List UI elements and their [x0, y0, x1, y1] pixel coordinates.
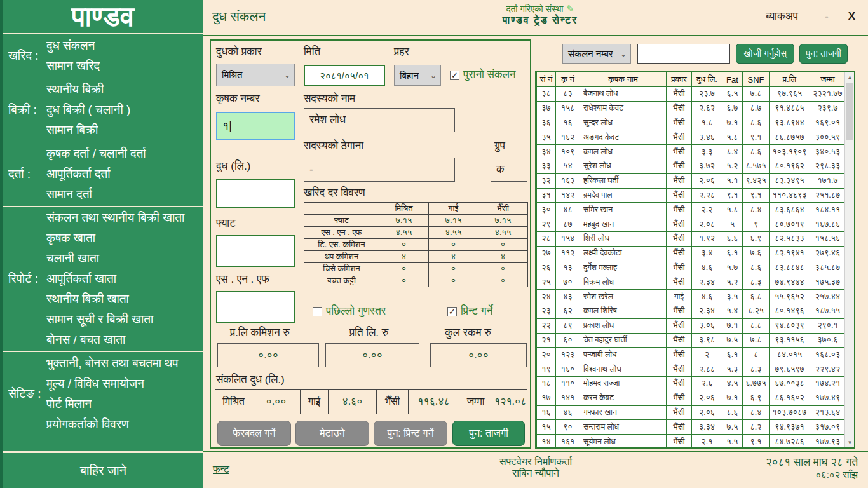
sidebar-item[interactable]: कृषक खाता [44, 228, 203, 248]
table-cell: २.१ [692, 435, 722, 449]
table-cell: २९८.३३ [810, 159, 846, 173]
table-row[interactable]: २१६०चेत बहादुर घार्तीभैंसी३.९८७.५७.८९३.१… [537, 333, 846, 348]
sidebar-item[interactable]: स्थानीय बिक्री खाता [44, 289, 203, 309]
member-address-input[interactable]: - [304, 158, 455, 182]
date-input[interactable]: २०८१/०५/०१ [304, 65, 385, 86]
table-cell: ५.७ [722, 261, 743, 275]
table-row[interactable]: ३७१५८राधेश्याम केवटभैंसी२.६२६.७८.७९१.४८८… [537, 101, 846, 116]
table-row[interactable]: २८१५४शिरी लोधभैंसी१.९२६.६६.९८२.५८३३१५८.५… [537, 231, 846, 246]
sidebar-item[interactable]: संकलन तथा स्थानीय बिक्री खाता [44, 208, 203, 228]
edit-button[interactable]: फेरबदल गर्ने [217, 421, 291, 446]
sidebar-group: रिपोर्ट :संकलन तथा स्थानीय बिक्री खाताकृ… [3, 207, 203, 352]
collection-col-header: जम्मा [810, 72, 846, 87]
table-cell: ९.१ [743, 435, 770, 449]
search-button[interactable]: खोजी गर्नुहोस् [736, 44, 794, 64]
sidebar-item[interactable]: सामान दर्ता [44, 184, 203, 205]
close-button[interactable]: X [848, 10, 855, 23]
snf-input[interactable] [216, 291, 295, 323]
reprint-button[interactable]: पुन: प्रिन्ट गर्ने [374, 421, 447, 446]
refresh-button[interactable]: पुन: ताजगी [452, 421, 525, 446]
table-cell: ५.८ [722, 203, 743, 217]
table-cell: १५८ [556, 101, 580, 116]
table-row[interactable]: ३४१०९कमल लोधभैंसी३.३८.४८.६१०३.१९०९३४०.५३ [537, 145, 846, 159]
delete-button[interactable]: मेटाउने [295, 421, 369, 446]
sidebar-item[interactable]: सामान बिक्री [44, 120, 203, 140]
edit-pencil-icon[interactable]: ✎ [566, 3, 574, 14]
milk-qty-input[interactable] [216, 179, 295, 208]
farmer-no-input[interactable]: १| [216, 112, 295, 140]
sidebar-item[interactable]: बोनस / बचत खाता [44, 330, 203, 350]
table-row[interactable]: ३५१६२अङगद केवटभैंसी३.४६५.८९.१८६.८७५७३००.… [537, 130, 846, 145]
table-row[interactable]: १६४६गफ्फार खानभैंसी२.०६८.६८.४१०३.७०८७२१३… [537, 405, 846, 420]
table-scrollbar[interactable]: ▲ ▼ [844, 72, 854, 447]
table-cell: ६.८ [743, 290, 770, 304]
group-input[interactable]: क [491, 158, 527, 182]
chevron-down-icon: ⌄ [430, 71, 437, 80]
table-row[interactable]: १९१६०विश्वनाथ लोधभैंसी२.८८५.३८.३७९.६५९७२… [537, 362, 846, 377]
total-amount-label: कुल रकम रु [445, 327, 491, 339]
table-row[interactable]: ३०४८समिर खानभैंसी२.२५.८८.४८३.६८६४१८४.११ [537, 203, 846, 217]
last-quality-checkbox[interactable]: पछिल्लो गुणस्तर [313, 305, 386, 318]
sidebar-item[interactable]: दुध संकलन [44, 36, 203, 56]
table-row[interactable]: २७११२लक्ष्मी देवकोटाभैंसी३.४६.१७.६८२.१९४… [537, 246, 846, 261]
table-row[interactable]: २२८९प्रकाश लोधभैंसी३.०६७.१८.८९४.८०३९२९०.… [537, 318, 846, 333]
sidebar-item[interactable]: आपूर्तिकर्ता खाता [44, 269, 203, 289]
print-checkbox[interactable]: ✓ प्रिन्ट गर्ने [447, 305, 492, 318]
sidebar-item[interactable]: मूल्य / विविध समायोजन [44, 374, 203, 394]
table-row[interactable]: ३६१६सुन्दर लोधभैंसी१.८७.१८.६९३.८९४४१६९.०… [537, 116, 846, 130]
minimize-button[interactable]: - [825, 10, 829, 23]
scroll-down-icon[interactable]: ▼ [845, 437, 855, 447]
table-row[interactable]: २५७०बिक्रम लोधभैंसी२.३४५.२८.३७४.९४४४१७५.… [537, 275, 846, 290]
sidebar-item[interactable]: चलानी खाता [44, 248, 203, 269]
shift-label: प्रहर [394, 46, 409, 58]
table-row[interactable]: २३६२कमल शिरिषभैंसी२.३४५.४८.२५८०.१४९६१८७.… [537, 304, 846, 318]
table-cell: १७५.३७ [810, 275, 846, 290]
table-refresh-button[interactable]: पुन: ताजगी [799, 44, 848, 64]
table-cell: ६.९ [743, 391, 770, 405]
table-row[interactable]: ३८८३बैजनाथ लोधभैंसी२३.७६.५७.८९७.९६५२३२१.… [537, 87, 846, 102]
sidebar-item[interactable]: प्रयोगकर्ताको विवरण [44, 414, 203, 435]
table-cell: २ [692, 348, 722, 362]
scroll-thumb[interactable] [846, 83, 853, 140]
search-input[interactable] [637, 44, 730, 64]
fat-input[interactable] [216, 235, 295, 267]
milk-type-select[interactable]: मिश्रित ⌄ [216, 64, 295, 86]
table-row[interactable]: ३२१६३हरिकला घर्तीभैंसी२.०६५.१९.४२५८३.३४९… [537, 173, 846, 188]
sidebar-item[interactable]: सामान खरिद [44, 56, 203, 76]
table-cell: हरिकला घर्ती [580, 173, 667, 188]
sidebar-item[interactable]: दुध बिक्री ( चलानी ) [44, 100, 203, 120]
sidebar-item[interactable]: पोर्ट मिलान [44, 394, 203, 414]
member-name-input[interactable]: रमेश लोध [304, 108, 455, 132]
table-row[interactable]: १७१४१करन केवटभैंसी२.०६७.१६.९८६.१६०२१७७.४… [537, 391, 846, 405]
sidebar-item[interactable]: भुक्तानी, बोनस तथा बचतमा थप [44, 353, 203, 374]
table-row[interactable]: ३३५४सुरेश लोधभैंसी३.७२५.२८.५७५८०.१९६२२९८… [537, 159, 846, 173]
scroll-up-icon[interactable]: ▲ [845, 72, 855, 82]
table-cell: ८३ [556, 87, 580, 102]
table-cell: २५७.४४ [810, 290, 846, 304]
table-row[interactable]: २४४३रमेश खरेलगाई४.६३.५६.८५५.९६५२२५७.४४ [537, 290, 846, 304]
table-cell: पन्जाबी लोध [580, 348, 667, 362]
table-row[interactable]: १५९०सन्तराम लोधभैंसी३.३४७.५८.२९४.९३७१३१७… [537, 420, 846, 435]
table-cell: ८७ [556, 217, 580, 232]
sidebar-item[interactable]: आपूर्तिकर्ता दर्ता [44, 164, 203, 184]
table-cell: १.८ [692, 116, 722, 130]
sidebar-group-label: बिक्री : [3, 79, 44, 140]
table-cell: समिर खान [580, 203, 667, 217]
search-filter-select[interactable]: संकलन नम्बर ⌄ [562, 44, 631, 64]
table-row[interactable]: २६१३दुर्गेश मल्लाहभैंसी४.६५.७८.६८३.८८४८३… [537, 261, 846, 275]
table-row[interactable]: १८११०मोहमद राज्जाभैंसी२.६४.५६.७७५६७.००३८… [537, 376, 846, 391]
exit-button[interactable]: बाहिर जाने [3, 451, 203, 488]
sidebar-item[interactable]: कृषक दर्ता / चलानी दर्ता [44, 144, 203, 164]
sidebar-item[interactable]: स्थानीय बिक्री [44, 79, 203, 100]
sidebar-item[interactable]: सामान सूची र बिक्री खाता [44, 309, 203, 330]
shift-select[interactable]: बिहान ⌄ [394, 65, 441, 86]
table-row[interactable]: २९८७महबुद खानभैंसी२.०८५९८०.७०१९१६७.८६ [537, 217, 846, 232]
sidebar-group-label: दर्ता : [3, 144, 44, 205]
table-cell: भैंसी [667, 362, 692, 377]
backup-button[interactable]: ब्याकअप [766, 10, 798, 23]
table-row[interactable]: ३११४२ब्रमदेव पालभैंसी२.२८९.१९.१११०.४६९३२… [537, 188, 846, 203]
table-row[interactable]: २०१२३पन्जाबी लोधभैंसी२६.१८८४.०१५१६८.०३ [537, 348, 846, 362]
table-row[interactable]: १४१६१सूर्यमन लोधभैंसी२.१५.५९.१८४.७२८६१७७… [537, 435, 846, 449]
old-collection-checkbox[interactable]: ✓ पुरानो संकलन [450, 69, 515, 81]
rate-value: ० [478, 275, 528, 287]
